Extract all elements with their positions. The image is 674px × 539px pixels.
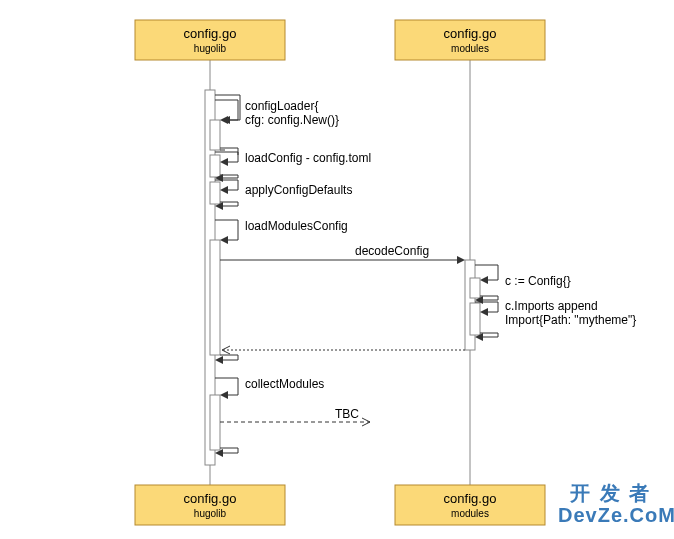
participant-title: config.go (444, 491, 497, 506)
msg-label: collectModules (245, 377, 324, 391)
participant-left-bottom: config.go hugolib (135, 485, 285, 525)
participant-subtitle: modules (451, 43, 489, 54)
msg-label: c := Config{} (505, 274, 571, 288)
activation-right-m7 (470, 303, 480, 335)
watermark-line1: 开 发 者 (569, 482, 651, 504)
msg-label: TBC (335, 407, 359, 421)
msg-label: loadConfig - config.toml (245, 151, 371, 165)
msg-label: c.Imports append (505, 299, 598, 313)
participant-right-bottom: config.go modules (395, 485, 545, 525)
sequence-diagram: config.go hugolib config.go modules conf… (0, 0, 674, 539)
participant-title: config.go (444, 26, 497, 41)
svg-marker-3 (220, 116, 228, 124)
participant-subtitle: modules (451, 508, 489, 519)
svg-marker-10 (457, 256, 465, 264)
activation-left-m8 (210, 395, 220, 450)
activation-left-m4 (210, 240, 220, 355)
participant-subtitle: hugolib (194, 43, 227, 54)
watermark: 开 发 者 DevZe.CoM (558, 482, 674, 526)
msg-label: loadModulesConfig (245, 219, 348, 233)
msg-label: configLoader{ (245, 99, 318, 113)
activation-left-m2 (210, 155, 220, 177)
msg-label: decodeConfig (355, 244, 429, 258)
svg-marker-13 (480, 308, 488, 316)
activation-left-m1 (210, 120, 220, 150)
svg-marker-17 (220, 391, 228, 399)
participant-right-top: config.go modules (395, 20, 545, 60)
watermark-line2: DevZe.CoM (558, 504, 674, 526)
participant-title: config.go (184, 26, 237, 41)
activation-right-m6 (470, 278, 480, 298)
participant-title: config.go (184, 491, 237, 506)
msg-label: cfg: config.New()} (245, 113, 339, 127)
svg-marker-11 (480, 276, 488, 284)
svg-marker-8 (220, 236, 228, 244)
svg-marker-4 (220, 158, 228, 166)
activation-left-m3 (210, 182, 220, 204)
msg-label: Import{Path: "mytheme"} (505, 313, 636, 327)
msg-return-decode (222, 346, 465, 354)
participant-subtitle: hugolib (194, 508, 227, 519)
self-return-m4 (215, 355, 238, 364)
svg-marker-6 (220, 186, 228, 194)
msg-label: applyConfigDefaults (245, 183, 352, 197)
svg-marker-16 (215, 356, 223, 364)
participant-left-top: config.go hugolib (135, 20, 285, 60)
